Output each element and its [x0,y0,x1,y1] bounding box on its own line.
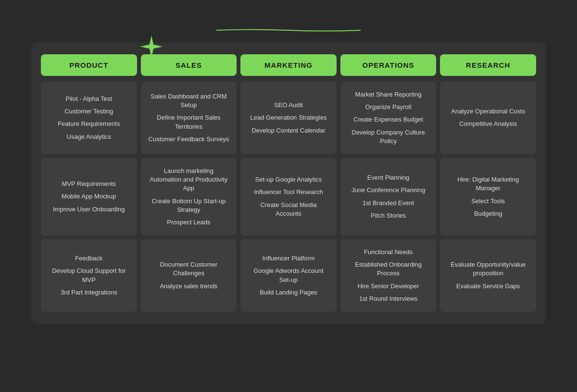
cell-item: Set-up Google Analytics [255,175,322,184]
cell-item: Create Expenses Budget [353,115,423,124]
cell-item: Usage Analytics [67,133,112,141]
cell-item: Build Landing Pages [260,288,317,297]
cell-0-1: Sales Dashboard and CRM SetupDefine Impo… [141,82,237,154]
cell-item: 3rd Part Integrations [61,288,117,297]
cell-item: Established Onboarding Process [347,260,430,278]
col-header-research: RESEARCH [440,54,536,76]
cell-item: Pilot - Alpha Test [66,95,113,103]
col-header-product: PRODUCT [41,54,137,76]
cell-item: Evaluate Opportunity/value proposition [447,260,529,278]
cell-item: Functional Needs [364,248,413,257]
cell-0-0: Pilot - Alpha TestCustomer TestingFeatur… [41,82,137,154]
cell-item: Create Social Media Accounts [247,201,330,218]
cell-item: Influencer Tool Research [254,188,323,196]
cell-0-2: SEO AuditLead Generation StrategiesDevel… [240,82,337,154]
cell-item: Develop Content Calendar [251,126,325,135]
grid-row-2: FeedbackDevelop Cloud Support for MVP3rd… [41,239,536,312]
cell-1-0: MVP RequirementsMobile App MockupImprove… [41,158,137,235]
cell-item: Evaluate Service Gaps [456,282,520,291]
cell-item: Select Tools [471,197,505,206]
cell-item: Create Bottom Up Start-up Strategy [148,197,230,214]
cell-item: Define Important Sales Territories [148,113,230,131]
cell-item: Launch marketing Automation and Producti… [148,167,230,193]
cell-item: Analyze sales trends [160,282,217,291]
cell-2-1: Document Customer ChallengesAnalyze sale… [141,239,237,312]
cell-item: 1st Branded Event [363,199,414,208]
cell-1-2: Set-up Google AnalyticsInfluencer Tool R… [240,158,337,235]
cell-0-4: Analyze Operational CostsCompetitive Ana… [440,82,536,154]
col-header-marketing: MARKETING [240,54,337,76]
cell-item: Hire Senior Developer [358,282,419,291]
cell-item: 1st Round Interviews [359,294,417,303]
cell-item: Develop Cloud Support for MVP [48,267,130,284]
svg-marker-0 [140,36,163,58]
grid-row-1: MVP RequirementsMobile App MockupImprove… [41,158,536,235]
cell-item: Hire: Digital Marketing Manager [447,175,529,193]
rows-grid: Pilot - Alpha TestCustomer TestingFeatur… [41,82,536,312]
cell-1-3: Event PlanningJune Conference Planning1s… [340,158,437,235]
cell-item: SEO Audit [274,101,303,110]
cell-item: Market Share Reporting [355,90,422,99]
columns-header: PRODUCTSALESMARKETINGOPERATIONSRESEARCH [41,54,536,76]
cell-item: Develop Company Culture Policy [347,128,430,146]
cell-item: MVP Requirements [62,180,116,188]
cell-2-4: Evaluate Opportunity/value propositionEv… [440,239,536,312]
cell-2-0: FeedbackDevelop Cloud Support for MVP3rd… [41,239,137,312]
cell-item: Feedback [75,254,102,263]
cell-item: Analyze Operational Costs [451,107,525,116]
cell-item: Competitive Analysis [459,120,517,128]
cell-item: Customer Testing [64,107,113,116]
cell-item: Sales Dashboard and CRM Setup [148,92,230,110]
cell-item: Lead Generation Strategies [250,113,326,122]
cell-item: Improve User Onboarding [53,205,125,214]
page-header [0,0,577,42]
cell-1-4: Hire: Digital Marketing ManagerSelect To… [440,158,536,235]
star-icon [139,35,163,59]
cell-2-2: Influencer PlatformGoogle Adwords Accoun… [240,239,337,312]
cell-item: Budgeting [474,209,502,218]
cell-item: Influencer Platform [262,254,314,263]
cell-item: Organize Payroll [365,103,412,111]
roadmap-container: PRODUCTSALESMARKETINGOPERATIONSRESEARCH … [31,42,546,324]
cell-item: Google Adwords Account Set-up [247,267,330,284]
cell-1-1: Launch marketing Automation and Producti… [141,158,237,235]
cell-item: Feature Requirements [58,120,120,128]
cell-item: Prospect Leads [167,218,210,227]
cell-item: June Conference Planning [351,186,425,195]
cell-item: Event Planning [367,173,409,182]
title-underline-svg [168,29,409,32]
cell-item: Document Customer Challenges [148,260,230,278]
cell-item: Mobile App Mockup [62,192,116,201]
cell-item: Customer Feedback Surveys [149,135,229,144]
cell-2-3: Functional NeedsEstablished Onboarding P… [340,239,437,312]
grid-row-0: Pilot - Alpha TestCustomer TestingFeatur… [41,82,536,154]
col-header-operations: OPERATIONS [340,54,437,76]
cell-0-3: Market Share ReportingOrganize PayrollCr… [340,82,437,154]
cell-item: Pitch Stories [371,211,406,220]
